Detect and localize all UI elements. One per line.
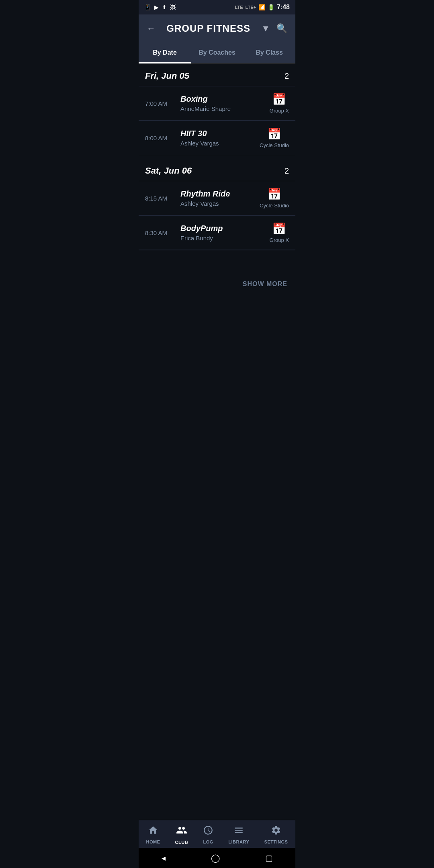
filter-dropdown-icon[interactable]: ▼ xyxy=(261,23,270,34)
battery-icon: 🔋 xyxy=(268,4,274,10)
system-nav-bar: ◂ ◯ ▢ xyxy=(139,848,295,868)
lte-icon: LTE xyxy=(235,5,243,10)
nav-home-label: HOME xyxy=(146,839,160,844)
boxing-location: Group X xyxy=(270,108,289,114)
schedule-content: Fri, Jun 05 2 7:00 AM Boxing AnneMarie S… xyxy=(139,63,295,820)
bodypump-info: BodyPump Erica Bundy xyxy=(177,224,270,242)
show-more-section: SHOW MORE xyxy=(139,262,295,294)
boxing-info: Boxing AnneMarie Shapre xyxy=(177,94,270,112)
tab-by-date[interactable]: By Date xyxy=(139,43,191,63)
status-bar: 📱 ▶ ⬆ 🖼 LTE LTE+ 📶 🔋 7:48 xyxy=(139,0,295,14)
nav-settings[interactable]: SETTINGS xyxy=(264,825,288,844)
bodypump-time: 8:30 AM xyxy=(145,229,177,236)
system-recents-icon[interactable]: ▢ xyxy=(265,853,273,863)
search-icon[interactable]: 🔍 xyxy=(276,23,287,34)
whatsapp-icon: 📱 xyxy=(144,4,151,10)
image-icon: 🖼 xyxy=(170,4,176,10)
usb-icon: ⬆ xyxy=(162,4,167,10)
class-bodypump[interactable]: 8:30 AM BodyPump Erica Bundy 📅 Group X xyxy=(139,215,295,250)
tab-by-class[interactable]: By Class xyxy=(243,43,295,63)
show-more-button[interactable]: SHOW MORE xyxy=(235,274,295,294)
nav-club-label: CLUB xyxy=(175,840,188,845)
class-rhythm-ride[interactable]: 8:15 AM Rhythm Ride Ashley Vargas 📅 Cycl… xyxy=(139,181,295,215)
rhythm-ride-calendar-add-icon[interactable]: 📅 xyxy=(267,188,281,201)
hiit30-right: 📅 Cycle Studio xyxy=(260,127,289,148)
nav-library[interactable]: LIBRARY xyxy=(228,825,249,844)
tab-by-coaches[interactable]: By Coaches xyxy=(191,43,243,63)
nav-log[interactable]: LOG xyxy=(203,825,213,844)
nav-home[interactable]: HOME xyxy=(146,825,160,844)
nav-library-label: LIBRARY xyxy=(228,839,249,844)
nav-settings-label: SETTINGS xyxy=(264,839,288,844)
bodypump-name: BodyPump xyxy=(180,224,266,233)
page-title: GROUP FITNESS xyxy=(166,23,250,34)
rhythm-ride-info: Rhythm Ride Ashley Vargas xyxy=(177,189,260,207)
log-icon xyxy=(203,825,213,838)
header-action-icons: ▼ 🔍 xyxy=(261,23,287,34)
spacer-row xyxy=(139,250,295,262)
status-right-icons: LTE LTE+ 📶 🔋 7:48 xyxy=(235,4,290,11)
boxing-time: 7:00 AM xyxy=(145,100,177,107)
bodypump-right: 📅 Group X xyxy=(270,222,289,243)
bodypump-calendar-add-icon[interactable]: 📅 xyxy=(272,222,286,235)
time-display: 7:48 xyxy=(277,4,290,11)
rhythm-ride-name: Rhythm Ride xyxy=(180,189,256,199)
boxing-right: 📅 Group X xyxy=(270,93,289,114)
date-label-fri: Fri, Jun 05 xyxy=(145,71,189,81)
system-home-icon[interactable]: ◯ xyxy=(211,853,220,863)
hiit30-coach: Ashley Vargas xyxy=(180,140,256,147)
rhythm-ride-right: 📅 Cycle Studio xyxy=(260,188,289,209)
hiit30-calendar-add-icon[interactable]: 📅 xyxy=(267,127,281,141)
date-header-fri: Fri, Jun 05 2 xyxy=(139,63,295,86)
rhythm-ride-time: 8:15 AM xyxy=(145,195,177,202)
bodypump-location: Group X xyxy=(270,237,289,243)
bottom-navigation: HOME CLUB LOG LIBRARY SETTINGS xyxy=(139,820,295,848)
rhythm-ride-location: Cycle Studio xyxy=(260,203,289,209)
back-button[interactable]: ← xyxy=(147,23,156,34)
club-icon xyxy=(176,825,187,838)
hiit30-location: Cycle Studio xyxy=(260,142,289,148)
rhythm-ride-coach: Ashley Vargas xyxy=(180,200,256,207)
youtube-icon: ▶ xyxy=(154,4,159,10)
view-tabs: By Date By Coaches By Class xyxy=(139,43,295,63)
hiit30-info: HIIT 30 Ashley Vargas xyxy=(177,129,260,147)
date-label-sat: Sat, Jun 06 xyxy=(145,166,192,176)
date-header-sat: Sat, Jun 06 2 xyxy=(139,158,295,181)
date-count-sat: 2 xyxy=(285,166,289,176)
hiit30-name: HIIT 30 xyxy=(180,129,256,138)
bodypump-coach: Erica Bundy xyxy=(180,235,266,242)
boxing-coach: AnneMarie Shapre xyxy=(180,105,266,112)
boxing-name: Boxing xyxy=(180,94,266,104)
home-icon xyxy=(148,825,158,838)
signal-icon: 📶 xyxy=(258,4,265,10)
nav-club[interactable]: CLUB xyxy=(175,825,188,845)
class-hiit30[interactable]: 8:00 AM HIIT 30 Ashley Vargas 📅 Cycle St… xyxy=(139,121,295,155)
library-icon xyxy=(233,825,244,838)
nav-log-label: LOG xyxy=(203,839,213,844)
status-left-icons: 📱 ▶ ⬆ 🖼 xyxy=(144,4,176,10)
hiit30-time: 8:00 AM xyxy=(145,135,177,141)
settings-icon xyxy=(271,825,281,838)
class-boxing[interactable]: 7:00 AM Boxing AnneMarie Shapre 📅 Group … xyxy=(139,86,295,121)
lte-plus-icon: LTE+ xyxy=(246,5,256,10)
app-header: ← GROUP FITNESS ▼ 🔍 xyxy=(139,14,295,43)
boxing-calendar-add-icon[interactable]: 📅 xyxy=(272,93,286,106)
date-count-fri: 2 xyxy=(285,72,289,81)
system-back-icon[interactable]: ◂ xyxy=(162,853,166,863)
